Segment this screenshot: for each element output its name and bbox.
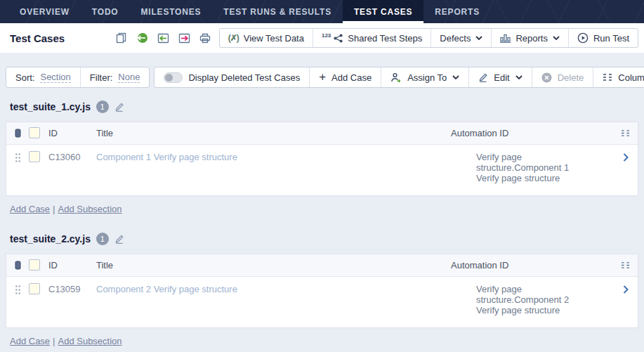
chevron-right-icon[interactable] [623,153,629,162]
cases-table: ID Title Automation ID C13059 Component … [6,254,638,328]
select-all-checkbox[interactable] [29,127,40,138]
nav-item-test-cases[interactable]: TEST CASES [343,0,423,23]
chevron-down-icon [475,36,482,40]
run-test-button[interactable]: Run Test [568,29,638,47]
edit-section-icon[interactable] [114,234,124,244]
page-title: Test Cases [10,32,65,44]
automation-id-value: Verify page structure.Component 1 Verify… [476,152,589,183]
toggle-knob [165,74,173,82]
row-checkbox[interactable] [29,151,40,162]
col-header-title: Title [96,260,451,270]
display-deleted-toggle-row: Display Deleted Test Cases [155,67,309,87]
table-header-row: ID Title Automation ID [6,254,638,277]
edit-section-icon[interactable] [114,102,124,112]
column-settings-icon[interactable] [612,129,638,137]
col-header-automation-id: Automation ID [451,260,612,270]
table-header-row: ID Title Automation ID [6,122,638,145]
actions-group: Display Deleted Test Cases + Add Case As… [154,67,644,88]
share-icon [334,34,343,43]
select-all-checkbox[interactable] [29,259,40,270]
col-header-id: ID [48,260,96,270]
defects-dropdown-button[interactable]: Defects [431,29,491,47]
export-icon[interactable] [178,33,190,44]
sort-value-link[interactable]: Section [40,72,70,83]
assign-to-dropdown-button[interactable]: Assign To [381,67,468,87]
dock-icon[interactable] [6,129,29,138]
filter-value-link[interactable]: None [118,72,140,83]
add-case-link[interactable]: Add Case [10,204,50,214]
row-checkbox[interactable] [29,283,40,294]
nav-item-test-runs-results[interactable]: TEST RUNS & RESULTS [212,0,343,23]
add-case-link[interactable]: Add Case [10,336,50,346]
suite-section-1: test_suite_1.cy.js 1 ID Title Automation… [0,100,644,214]
col-header-title: Title [96,128,451,138]
case-title-link[interactable]: Component 2 Verify page structure [96,284,237,294]
link-separator: | [53,204,55,214]
reports-dropdown-button[interactable]: Reports [491,29,568,47]
section-title-row: test_suite_2.cy.js 1 [10,233,638,245]
delete-x-circle-icon [541,72,552,83]
suite-section-2: test_suite_2.cy.js 1 ID Title Automation… [0,233,644,346]
top-nav: OVERVIEW TODO MILESTONES TEST RUNS & RES… [0,0,644,23]
case-count-badge: 1 [96,100,109,113]
columns-button[interactable]: Columns [593,67,644,87]
case-title-link[interactable]: Component 1 Verify page structure [96,152,237,162]
case-count-badge: 1 [96,233,109,245]
edit-pencil-icon [478,72,488,82]
chevron-down-icon [515,75,523,79]
add-case-button[interactable]: + Add Case [309,67,381,87]
one-two-three-icon: 123 [322,32,331,39]
import-icon[interactable] [157,33,169,44]
cases-table: ID Title Automation ID C13060 Component … [6,122,638,196]
suite-name: test_suite_1.cy.js [10,101,91,112]
dock-icon[interactable] [6,261,29,270]
col-header-automation-id: Automation ID [451,128,612,138]
header-button-group: (✗) View Test Data 123 Shared Test Steps… [219,28,638,48]
add-subsection-link[interactable]: Add Subsection [58,336,121,346]
plus-icon: + [319,71,326,83]
chevron-right-icon[interactable] [623,285,629,294]
play-icon [577,32,589,44]
nav-item-overview[interactable]: OVERVIEW [8,0,81,23]
nav-item-reports[interactable]: REPORTS [423,0,491,23]
delete-button[interactable]: Delete [532,67,593,87]
case-id: C13059 [48,284,96,294]
sort-control: Sort: Section [6,67,80,87]
case-row[interactable]: C13060 Component 1 Verify page structure… [6,145,638,195]
link-separator: | [53,336,55,346]
col-header-id: ID [48,128,96,138]
copy-icon[interactable] [116,32,126,44]
chevron-down-icon [452,75,459,79]
sort-filter-group: Sort: Section Filter: None [6,67,150,88]
assign-person-icon [390,72,402,83]
automation-id-value: Verify page structure.Component 2 Verify… [476,284,589,315]
add-subsection-link[interactable]: Add Subsection [58,204,121,214]
view-test-data-button[interactable]: (✗) View Test Data [220,29,313,47]
column-settings-icon[interactable] [612,261,638,269]
drag-handle[interactable] [15,285,21,294]
suite-name: test_suite_2.cy.js [10,233,91,245]
xml-import-icon[interactable] [136,32,148,44]
section-footer-links: Add Case|Add Subsection [10,336,638,346]
section-footer-links: Add Case|Add Subsection [10,204,638,214]
print-icon[interactable] [199,33,211,44]
edit-dropdown-button[interactable]: Edit [468,67,531,87]
code-x-icon: (✗) [228,33,239,43]
chevron-down-icon [553,36,560,40]
cases-toolbar: Sort: Section Filter: None Display Delet… [6,67,638,88]
drag-handle[interactable] [15,152,21,162]
case-row[interactable]: C13059 Component 2 Verify page structure… [6,277,638,327]
header-icon-group [116,32,211,44]
case-id: C13060 [48,152,96,162]
nav-item-milestones[interactable]: MILESTONES [130,0,213,23]
filter-control: Filter: None [80,67,150,87]
shared-test-steps-button[interactable]: 123 Shared Test Steps [313,29,431,47]
display-deleted-toggle[interactable] [164,72,183,83]
columns-icon [603,73,612,82]
page-header: Test Cases (✗) View Test Data 123 Shared… [0,23,644,53]
nav-item-todo[interactable]: TODO [81,0,130,23]
bar-chart-icon [500,34,511,43]
section-title-row: test_suite_1.cy.js 1 [10,100,638,113]
